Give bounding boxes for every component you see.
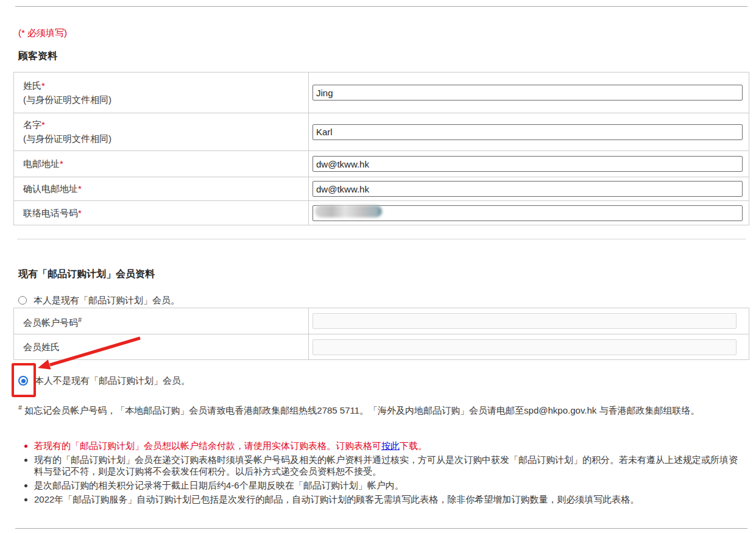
required-asterisk: * [60, 158, 63, 169]
confirm-email-label-cell: 确认电邮地址* [14, 177, 309, 200]
table-row-email: 电邮地址* [14, 150, 749, 177]
notes-list: 若现有的「邮品订购计划」会员想以帐户结余付款，请使用实体订购表格。订购表格可按此… [18, 440, 744, 507]
member-account-value-cell [309, 308, 749, 334]
footnote-text: 如忘记会员帐户号码，「本地邮品订购」会员请致电香港邮政集邮组热线2785 571… [24, 405, 699, 415]
section-divider [17, 239, 746, 239]
existing-member-radio-label[interactable]: 本人是现有「邮品订购计划」会员。 [34, 294, 180, 306]
surname-label: 姓氏 [23, 80, 41, 91]
given-name-label: 名字 [23, 119, 41, 130]
table-row-given-name: 名字* (与身份证明文件相同) [14, 113, 749, 150]
note-auto-order-plan: 2022年「邮品订购服务」自动订购计划已包括是次发行的邮品，自动订购计划的顾客无… [34, 493, 744, 505]
note-points-verification: 现有的「邮品订购计划」会员在递交订购表格时须填妥帐户号码及相关的帐户资料并通过核… [34, 454, 744, 477]
member-surname-label: 会员姓氏 [23, 342, 60, 352]
not-member-radio-selected[interactable] [18, 376, 28, 386]
given-name-input[interactable] [313, 124, 743, 140]
phone-label: 联络电话号码 [23, 208, 78, 218]
existing-member-radio[interactable] [18, 296, 27, 305]
email-input[interactable] [313, 156, 743, 172]
required-fields-note: (* 必须填写) [18, 27, 67, 39]
member-account-input-disabled [313, 313, 737, 329]
member-info-table: 会员帐户号码# 会员姓氏 [13, 308, 749, 360]
customer-info-table: 姓氏* (与身份证明文件相同) 名字* (与身份证明文件相同) 电邮地址* 确认… [13, 72, 749, 225]
note-points-timeline: 是次邮品订购的相关积分记录将于截止日期后约4-6个星期反映在「邮品订购计划」帐户… [34, 479, 744, 491]
radio-row-existing-member: 本人是现有「邮品订购计划」会员。 [18, 294, 180, 306]
surname-sublabel: (与身份证明文件相同) [23, 94, 308, 106]
table-row-confirm-email: 确认电邮地址* [14, 177, 749, 200]
given-name-value-cell [309, 113, 749, 150]
given-name-label-cell: 名字* (与身份证明文件相同) [14, 113, 309, 150]
table-row-member-surname: 会员姓氏 [14, 334, 749, 359]
required-asterisk: * [78, 208, 82, 218]
customer-section-title: 顾客资料 [18, 50, 57, 63]
confirm-email-input[interactable] [313, 181, 743, 197]
note1-pre: 若现有的「邮品订购计划」会员想以帐户结余付款，请使用实体订购表格。订购表格可 [34, 440, 381, 451]
surname-value-cell [309, 72, 749, 113]
member-surname-input-disabled [313, 339, 737, 355]
email-value-cell [309, 151, 749, 177]
phone-label-cell: 联络电话号码* [14, 201, 309, 225]
member-account-label: 会员帐户号码 [23, 317, 78, 328]
member-surname-label-cell: 会员姓氏 [14, 334, 309, 359]
footnote-paragraph: # 如忘记会员帐户号码，「本地邮品订购」会员请致电香港邮政集邮组热线2785 5… [18, 400, 741, 418]
confirm-email-value-cell [309, 177, 749, 200]
member-surname-value-cell [309, 334, 749, 359]
member-account-label-cell: 会员帐户号码# [14, 308, 309, 334]
member-section-title: 现有「邮品订购计划」会员资料 [18, 268, 155, 281]
download-form-link[interactable]: 按此 [381, 440, 400, 451]
not-member-radio-label[interactable]: 本人不是现有「邮品订购计划」会员。 [35, 375, 190, 387]
footnote-marker: # [18, 404, 22, 411]
bottom-divider [15, 528, 747, 529]
redacted-phone-blur [315, 205, 382, 217]
radio-row-not-member: 本人不是现有「邮品订购计划」会员。 [18, 375, 190, 387]
note1-post: 下载。 [400, 440, 427, 451]
required-asterisk: * [41, 80, 45, 91]
surname-label-cell: 姓氏* (与身份证明文件相同) [14, 72, 309, 113]
phone-value-cell [309, 201, 749, 225]
footnote-marker-ref: # [78, 316, 82, 323]
note-physical-form: 若现有的「邮品订购计划」会员想以帐户结余付款，请使用实体订购表格。订购表格可按此… [34, 440, 744, 451]
required-asterisk: * [41, 119, 45, 130]
given-name-sublabel: (与身份证明文件相同) [23, 133, 308, 145]
email-label: 电邮地址 [23, 158, 60, 169]
surname-input[interactable] [313, 85, 743, 101]
table-row-surname: 姓氏* (与身份证明文件相同) [14, 72, 749, 113]
table-row-phone: 联络电话号码* [14, 200, 749, 225]
confirm-email-label: 确认电邮地址 [23, 183, 78, 194]
required-asterisk: * [78, 183, 82, 194]
top-divider [15, 6, 747, 7]
email-label-cell: 电邮地址* [14, 151, 309, 177]
table-row-member-account: 会员帐户号码# [14, 308, 749, 334]
